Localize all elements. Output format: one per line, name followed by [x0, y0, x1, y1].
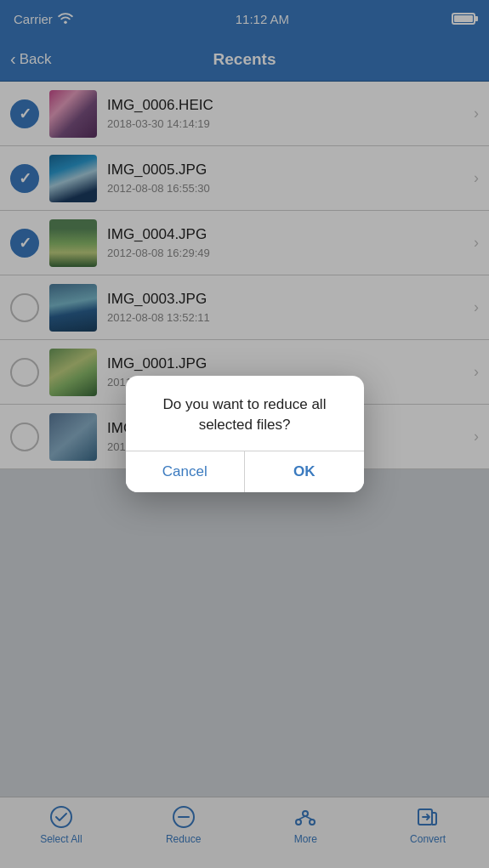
- dialog: Do you want to reduce all selected files…: [126, 376, 364, 492]
- dialog-message: Do you want to reduce all selected files…: [143, 394, 347, 435]
- dialog-overlay: Do you want to reduce all selected files…: [0, 0, 489, 868]
- dialog-buttons: Cancel OK: [126, 451, 364, 492]
- dialog-body: Do you want to reduce all selected files…: [126, 376, 364, 451]
- dialog-ok-button[interactable]: OK: [245, 451, 364, 492]
- dialog-cancel-button[interactable]: Cancel: [126, 451, 245, 492]
